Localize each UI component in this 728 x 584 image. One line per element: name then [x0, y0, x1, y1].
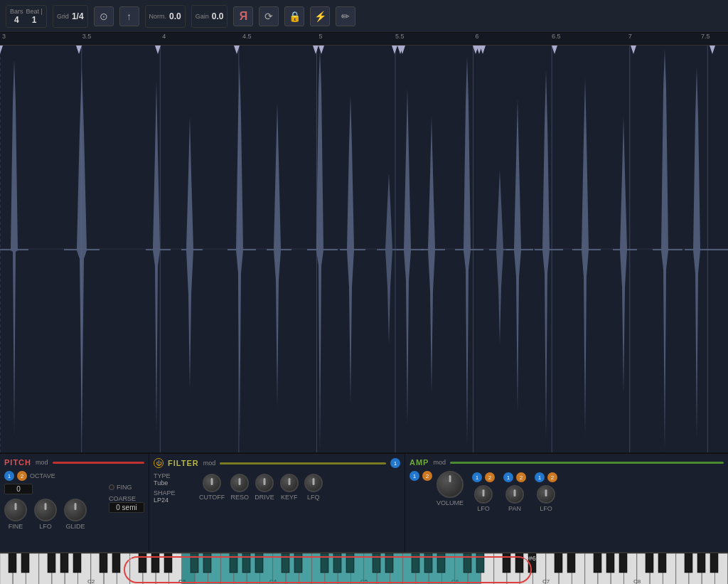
keyboard-section[interactable]: C3 D#6 /* piano keys generated below */ — [0, 552, 728, 584]
svg-rect-127[interactable] — [424, 553, 432, 573]
svg-rect-118[interactable] — [255, 553, 263, 573]
lfo-knob[interactable] — [34, 499, 57, 521]
grid-value[interactable]: 1/4 — [72, 11, 84, 21]
bars-beat-group: Bars 4 Beat | 1 — [6, 5, 47, 28]
svg-rect-125[interactable] — [385, 553, 393, 573]
amp-lfo1-knob[interactable] — [474, 485, 493, 504]
amp-lfo2-knob[interactable] — [537, 485, 555, 504]
svg-rect-112[interactable] — [151, 553, 159, 573]
normalize-button[interactable]: ↑ — [119, 6, 139, 26]
svg-rect-136[interactable] — [594, 553, 601, 573]
svg-rect-117[interactable] — [242, 553, 250, 573]
piano-keyboard[interactable]: C2 C3 C4 C5 C6 C7 C8 — [0, 553, 728, 584]
svg-rect-131[interactable] — [503, 553, 510, 573]
coarse-label: COARSE — [109, 495, 144, 502]
lightning-button[interactable]: ⚡ — [310, 6, 330, 26]
marker-75: 7.5 — [699, 33, 710, 40]
svg-rect-108[interactable] — [73, 553, 81, 573]
svg-rect-130[interactable] — [476, 553, 484, 573]
filter-lfo-label: LFQ — [307, 494, 320, 501]
marker-35: 3.5 — [80, 33, 92, 40]
gain-value[interactable]: 0.0 — [212, 11, 224, 21]
lfo-knob-group: LFO — [34, 499, 57, 530]
svg-rect-106[interactable] — [48, 553, 55, 573]
amp-lfo2-knob-group: LFO — [535, 485, 557, 512]
svg-rect-133[interactable] — [528, 553, 536, 573]
svg-text:C4: C4 — [269, 578, 277, 584]
reso-knob-group: RESO — [230, 474, 249, 501]
drive-knob[interactable] — [255, 474, 274, 492]
norm-label: Norm. — [149, 13, 167, 20]
fine-label: FINE — [9, 523, 23, 530]
filter-power[interactable]: ⏻ — [154, 458, 164, 468]
fing-radio[interactable] — [109, 484, 114, 490]
svg-rect-115[interactable] — [203, 553, 211, 573]
beat-label: Beat | — [26, 8, 43, 15]
edit-button[interactable]: ✏ — [336, 6, 355, 26]
marker-65: 6.5 — [550, 33, 561, 40]
svg-rect-140[interactable] — [658, 553, 666, 573]
svg-rect-129[interactable] — [464, 553, 471, 573]
snap-button[interactable]: ⊙ — [94, 6, 114, 26]
svg-rect-120[interactable] — [294, 553, 302, 573]
svg-rect-114[interactable] — [191, 553, 198, 573]
volume-knob[interactable] — [437, 471, 464, 498]
svg-rect-141[interactable] — [685, 553, 692, 573]
waveform-svg — [0, 46, 728, 452]
svg-text:C8: C8 — [633, 578, 641, 584]
svg-rect-123[interactable] — [346, 553, 354, 573]
svg-rect-110[interactable] — [112, 553, 120, 573]
svg-rect-105[interactable] — [21, 553, 29, 573]
cutoff-knob[interactable] — [203, 474, 221, 492]
filter-lfo-knob[interactable] — [304, 474, 323, 492]
svg-rect-116[interactable] — [230, 553, 237, 573]
fine-knob-group: FINE — [4, 499, 27, 530]
svg-rect-139[interactable] — [646, 553, 653, 573]
pan-knob[interactable] — [505, 485, 524, 504]
svg-rect-109[interactable] — [100, 553, 107, 573]
svg-rect-107[interactable] — [60, 553, 68, 573]
lock-button[interactable]: 🔒 — [284, 6, 304, 26]
svg-rect-143[interactable] — [710, 553, 718, 573]
svg-text:C7: C7 — [542, 578, 550, 584]
keyf-knob-group: KEYF — [280, 474, 299, 501]
octave-value[interactable]: 0 — [4, 484, 33, 494]
svg-rect-111[interactable] — [139, 553, 146, 573]
marker-5: 5 — [316, 33, 322, 40]
loop-button[interactable]: ⟳ — [259, 6, 279, 26]
reverse-button[interactable]: Я — [233, 6, 253, 26]
amp-bar — [450, 462, 724, 464]
filter-section: ⏻ FILTER mod 1 TYPE Tube SHAPE LP24 CUTO… — [149, 454, 405, 552]
norm-value[interactable]: 0.0 — [169, 11, 181, 21]
svg-rect-128[interactable] — [437, 553, 445, 573]
norm-group: Norm. 0.0 — [145, 5, 186, 28]
svg-rect-134[interactable] — [555, 553, 562, 573]
bars-label: Bars — [10, 8, 23, 15]
svg-rect-124[interactable] — [373, 553, 380, 573]
svg-rect-113[interactable] — [164, 553, 172, 573]
svg-rect-122[interactable] — [333, 553, 341, 573]
marker-7: 7 — [626, 33, 632, 40]
marker-4: 4 — [160, 33, 166, 40]
svg-rect-142[interactable] — [697, 553, 705, 573]
glide-knob[interactable] — [64, 499, 87, 521]
svg-rect-138[interactable] — [619, 553, 627, 573]
bars-value[interactable]: 4 — [14, 15, 19, 25]
keyf-knob[interactable] — [280, 474, 299, 492]
fine-knob[interactable] — [4, 499, 27, 521]
fing-label: FING — [117, 484, 132, 491]
svg-rect-137[interactable] — [606, 553, 614, 573]
type-label: TYPE — [154, 472, 196, 479]
svg-rect-121[interactable] — [321, 553, 328, 573]
reso-knob[interactable] — [230, 474, 249, 492]
waveform-area[interactable]: 3 3.5 4 4.5 5 5.5 6 6.5 7 7.5 — [0, 33, 728, 452]
svg-rect-132[interactable] — [515, 553, 523, 573]
gain-group: Gain 0.0 — [191, 5, 228, 28]
svg-rect-135[interactable] — [567, 553, 575, 573]
svg-rect-119[interactable] — [282, 553, 289, 573]
svg-rect-104[interactable] — [9, 553, 16, 573]
coarse-value[interactable]: 0 semi — [109, 502, 144, 513]
svg-rect-126[interactable] — [412, 553, 419, 573]
beat-value[interactable]: 1 — [32, 15, 37, 25]
type-value: Tube — [154, 479, 196, 487]
